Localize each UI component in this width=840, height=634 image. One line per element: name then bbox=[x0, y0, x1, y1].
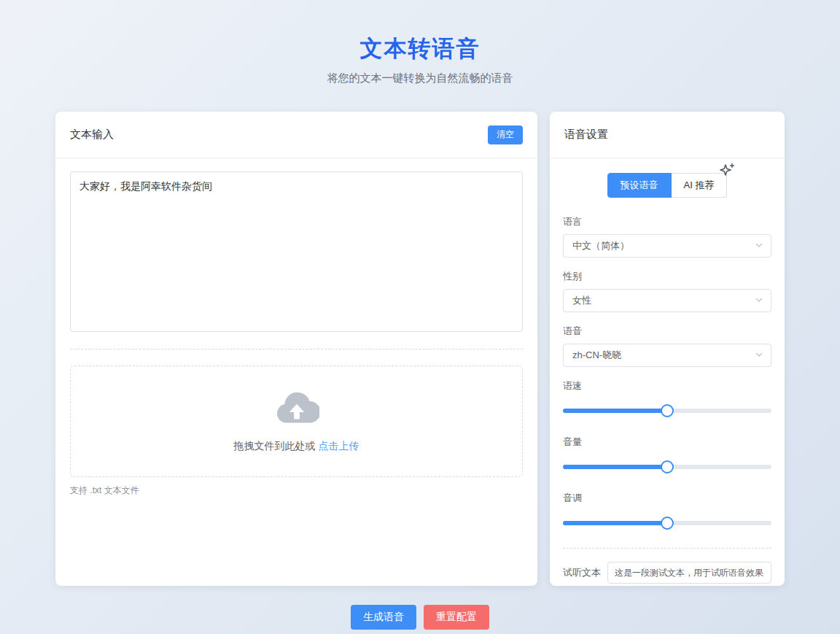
upload-instruction: 拖拽文件到此处或 点击上传 bbox=[234, 440, 359, 453]
volume-slider[interactable] bbox=[563, 460, 771, 473]
page-header: 文本转语音 将您的文本一键转换为自然流畅的语音 bbox=[0, 0, 840, 85]
chevron-down-icon bbox=[755, 241, 763, 252]
gender-label: 性别 bbox=[563, 270, 771, 283]
volume-slider-group: 音量 bbox=[563, 436, 771, 473]
text-input-panel-title: 文本输入 bbox=[70, 128, 114, 142]
clear-button[interactable]: 清空 bbox=[488, 125, 523, 144]
chevron-down-icon bbox=[755, 350, 763, 361]
gender-select[interactable]: 女性 bbox=[563, 289, 771, 312]
text-input-panel-body: 大家好，我是阿幸软件杂货间 拖拽文件到此处或 点击上传 支持 .txt 文本文件 bbox=[55, 158, 537, 510]
voice-settings-panel: 语音设置 预设语音 AI 推荐 语言 中文（简体） bbox=[550, 112, 785, 586]
preview-text-input[interactable] bbox=[607, 562, 771, 584]
gender-select-value: 女性 bbox=[572, 294, 591, 307]
text-input-panel: 文本输入 清空 大家好，我是阿幸软件杂货间 拖拽文件到此处或 点击上传 支持 .… bbox=[55, 112, 537, 586]
pitch-slider-handle[interactable] bbox=[661, 517, 674, 530]
language-select-value: 中文（简体） bbox=[572, 239, 629, 252]
sparkles-icon bbox=[718, 162, 736, 184]
tab-preset-voice[interactable]: 预设语音 bbox=[607, 173, 672, 198]
rate-slider-group: 语速 bbox=[563, 379, 771, 417]
rate-slider[interactable] bbox=[563, 404, 771, 417]
volume-slider-handle[interactable] bbox=[661, 460, 674, 473]
gender-field: 性别 女性 bbox=[563, 270, 771, 312]
text-input-textarea[interactable]: 大家好，我是阿幸软件杂货间 bbox=[70, 171, 523, 332]
language-field: 语言 中文（简体） bbox=[563, 215, 771, 258]
rate-slider-handle[interactable] bbox=[661, 404, 674, 417]
slider-fill bbox=[563, 465, 667, 469]
pitch-label: 音调 bbox=[563, 492, 771, 505]
upload-hint: 支持 .txt 文本文件 bbox=[70, 484, 523, 497]
volume-label: 音量 bbox=[563, 436, 771, 449]
voice-select-value: zh-CN-晓晓 bbox=[572, 349, 621, 362]
voice-field: 语音 zh-CN-晓晓 bbox=[563, 325, 771, 367]
chevron-down-icon bbox=[755, 295, 763, 306]
upload-section-divider bbox=[70, 349, 523, 349]
text-input-panel-header: 文本输入 清空 bbox=[55, 112, 537, 158]
language-label: 语言 bbox=[563, 215, 771, 228]
cloud-upload-icon bbox=[274, 390, 319, 428]
bottom-actions: 生成语音 重置配置 bbox=[0, 605, 840, 630]
voice-select[interactable]: zh-CN-晓晓 bbox=[563, 344, 771, 367]
preview-text-label: 试听文本 bbox=[563, 566, 601, 579]
reset-config-button[interactable]: 重置配置 bbox=[424, 605, 489, 630]
page-subtitle: 将您的文本一键转换为自然流畅的语音 bbox=[0, 71, 840, 85]
voice-label: 语音 bbox=[563, 325, 771, 338]
page-title: 文本转语音 bbox=[0, 34, 840, 64]
slider-fill bbox=[563, 409, 667, 413]
voice-settings-panel-body: 预设语音 AI 推荐 语言 中文（简体） bbox=[550, 158, 785, 586]
pitch-slider[interactable] bbox=[563, 517, 771, 530]
slider-fill bbox=[563, 521, 667, 525]
generate-voice-button[interactable]: 生成语音 bbox=[351, 605, 416, 630]
preview-section-divider bbox=[563, 548, 771, 549]
voice-settings-panel-header: 语音设置 bbox=[550, 112, 785, 158]
click-to-upload-link[interactable]: 点击上传 bbox=[318, 440, 359, 452]
rate-label: 语速 bbox=[563, 379, 771, 393]
voice-mode-tabs: 预设语音 AI 推荐 bbox=[607, 173, 728, 198]
main-content: 文本输入 清空 大家好，我是阿幸软件杂货间 拖拽文件到此处或 点击上传 支持 .… bbox=[55, 112, 785, 586]
pitch-slider-group: 音调 bbox=[563, 492, 771, 530]
language-select[interactable]: 中文（简体） bbox=[563, 234, 771, 258]
file-drop-zone[interactable]: 拖拽文件到此处或 点击上传 bbox=[70, 366, 523, 477]
upload-drag-text: 拖拽文件到此处或 bbox=[234, 440, 316, 452]
voice-settings-panel-title: 语音设置 bbox=[564, 128, 608, 142]
preview-text-row: 试听文本 bbox=[563, 562, 771, 584]
